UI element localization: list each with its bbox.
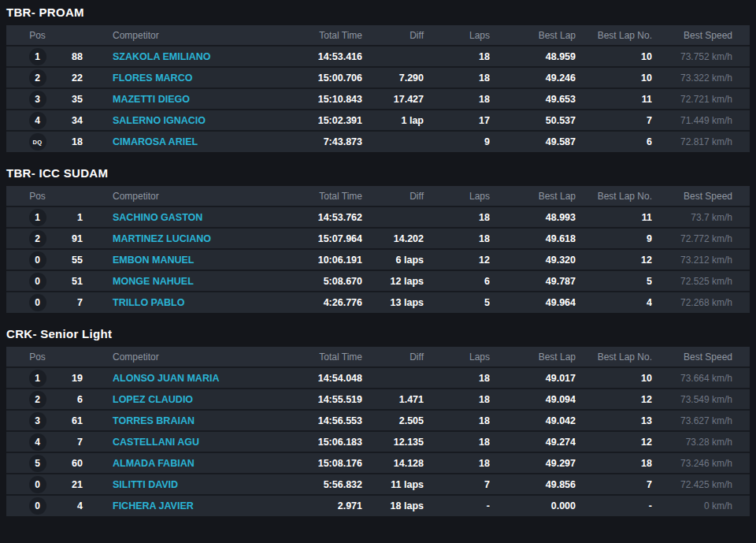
column-header-best-lap-no: Best Lap No. xyxy=(576,347,652,367)
table-row: 2 22 FLORES MARCO 15:00.706 7.290 18 49.… xyxy=(6,67,750,88)
competitor-link[interactable]: SZAKOLA EMILIANO xyxy=(88,46,277,67)
column-header-pos: Pos xyxy=(6,25,57,46)
competitor-link[interactable]: TORRES BRAIAN xyxy=(88,410,277,431)
position-badge: 1 xyxy=(29,370,46,387)
best-lap-no-cell: 5 xyxy=(576,270,652,292)
laps-cell: 12 xyxy=(424,249,490,270)
laps-cell: 6 xyxy=(424,270,490,292)
column-header-best-lap: Best Lap xyxy=(490,186,576,206)
competitor-link[interactable]: EMBON MANUEL xyxy=(88,249,277,270)
best-lap-no-cell: 13 xyxy=(576,410,652,431)
position-cell: 5 xyxy=(6,452,57,474)
table-row: 3 35 MAZETTI DIEGO 15:10.843 17.427 18 4… xyxy=(6,88,750,110)
best-lap-cell: 49.856 xyxy=(490,474,576,495)
best-speed-cell: 71.449 km/h xyxy=(652,110,750,131)
diff-cell xyxy=(362,206,424,228)
competitor-link[interactable]: SALERNO IGNACIO xyxy=(88,110,277,131)
diff-cell xyxy=(362,367,424,389)
best-lap-no-cell: 10 xyxy=(576,67,652,88)
table-row: 2 91 MARTINEZ LUCIANO 15:07.964 14.202 1… xyxy=(6,228,750,249)
diff-cell: 7.290 xyxy=(362,67,424,88)
column-header-best-lap: Best Lap xyxy=(490,25,576,46)
section-title: TBR- PROAM xyxy=(6,6,750,19)
total-time-cell: 15:06.183 xyxy=(277,431,362,452)
diff-cell: 1.471 xyxy=(362,389,424,410)
competitor-link[interactable]: FICHERA JAVIER xyxy=(88,495,277,516)
total-time-cell: 2.971 xyxy=(277,495,362,516)
competitor-link[interactable]: ALONSO JUAN MARIA xyxy=(88,367,277,389)
header-row: Pos Competitor Total Time Diff Laps Best… xyxy=(6,347,750,367)
total-time-cell: 14:55.519 xyxy=(277,389,362,410)
total-time-cell: 15:08.176 xyxy=(277,452,362,474)
total-time-cell: 5:56.832 xyxy=(277,474,362,495)
competitor-link[interactable]: CIMAROSA ARIEL xyxy=(88,131,277,152)
best-lap-no-cell: 7 xyxy=(576,110,652,131)
total-time-cell: 14:56.553 xyxy=(277,410,362,431)
section-title: TBR- ICC SUDAM xyxy=(6,166,750,180)
position-cell: 2 xyxy=(6,389,57,410)
table-row: 0 4 FICHERA JAVIER 2.971 18 laps - 0.000… xyxy=(6,495,750,516)
best-lap-cell: 50.537 xyxy=(490,110,576,131)
column-header-number xyxy=(57,347,88,367)
column-header-diff: Diff xyxy=(362,25,424,46)
total-time-cell: 5:08.670 xyxy=(277,270,362,292)
best-speed-cell: 73.7 km/h xyxy=(652,206,750,228)
best-lap-cell: 49.653 xyxy=(490,88,576,110)
column-header-best-lap-no: Best Lap No. xyxy=(576,25,652,46)
competitor-link[interactable]: TRILLO PABLO xyxy=(88,292,277,313)
total-time-cell: 4:26.776 xyxy=(277,292,362,313)
kart-number-cell: 60 xyxy=(57,452,88,474)
kart-number-cell: 1 xyxy=(57,206,88,228)
kart-number-cell: 34 xyxy=(57,110,88,131)
best-speed-cell: 72.721 km/h xyxy=(652,88,750,110)
kart-number-cell: 7 xyxy=(57,292,88,313)
competitor-link[interactable]: MARTINEZ LUCIANO xyxy=(88,228,277,249)
class-section: CRK- Senior Light Pos Competitor Total T… xyxy=(6,327,750,516)
best-lap-cell: 49.017 xyxy=(490,367,576,389)
best-lap-no-cell: 18 xyxy=(576,452,652,474)
best-lap-cell: 49.094 xyxy=(490,389,576,410)
best-lap-no-cell: - xyxy=(576,495,652,516)
competitor-link[interactable]: SILITTI DAVID xyxy=(88,474,277,495)
header-row: Pos Competitor Total Time Diff Laps Best… xyxy=(6,25,750,46)
kart-number-cell: 6 xyxy=(57,389,88,410)
diff-cell: 12 laps xyxy=(362,270,424,292)
competitor-link[interactable]: CASTELLANI AGU xyxy=(88,431,277,452)
position-cell: 3 xyxy=(6,88,57,110)
position-cell: 1 xyxy=(6,367,57,389)
best-speed-cell: 73.322 km/h xyxy=(652,67,750,88)
competitor-link[interactable]: LOPEZ CLAUDIO xyxy=(88,389,277,410)
table-row: 0 7 TRILLO PABLO 4:26.776 13 laps 5 49.9… xyxy=(6,292,750,313)
best-lap-no-cell: 12 xyxy=(576,249,652,270)
best-speed-cell: 73.212 km/h xyxy=(652,249,750,270)
position-cell: DQ xyxy=(6,131,57,152)
kart-number-cell: 51 xyxy=(57,270,88,292)
competitor-link[interactable]: MAZETTI DIEGO xyxy=(88,88,277,110)
kart-number-cell: 35 xyxy=(57,88,88,110)
best-lap-cell: 49.274 xyxy=(490,431,576,452)
position-badge: 2 xyxy=(29,391,46,408)
position-badge: 4 xyxy=(29,112,46,129)
table-row: 1 1 SACHINO GASTON 14:53.762 18 48.993 1… xyxy=(6,206,750,228)
competitor-link[interactable]: ALMADA FABIAN xyxy=(88,452,277,474)
laps-cell: 18 xyxy=(424,206,490,228)
kart-number-cell: 91 xyxy=(57,228,88,249)
best-lap-cell: 0.000 xyxy=(490,495,576,516)
best-lap-cell: 49.964 xyxy=(490,292,576,313)
best-speed-cell: 72.425 km/h xyxy=(652,474,750,495)
best-lap-cell: 49.297 xyxy=(490,452,576,474)
laps-cell: 7 xyxy=(424,474,490,495)
best-speed-cell: 72.525 km/h xyxy=(652,270,750,292)
competitor-link[interactable]: SACHINO GASTON xyxy=(88,206,277,228)
competitor-link[interactable]: MONGE NAHUEL xyxy=(88,270,277,292)
total-time-cell: 14:53.762 xyxy=(277,206,362,228)
best-speed-cell: 73.752 km/h xyxy=(652,46,750,67)
position-cell: 1 xyxy=(6,206,57,228)
competitor-link[interactable]: FLORES MARCO xyxy=(88,67,277,88)
table-row: 2 6 LOPEZ CLAUDIO 14:55.519 1.471 18 49.… xyxy=(6,389,750,410)
laps-cell: 9 xyxy=(424,131,490,152)
column-header-laps: Laps xyxy=(424,25,490,46)
position-cell: 4 xyxy=(6,110,57,131)
diff-cell: 14.128 xyxy=(362,452,424,474)
best-lap-no-cell: 7 xyxy=(576,474,652,495)
